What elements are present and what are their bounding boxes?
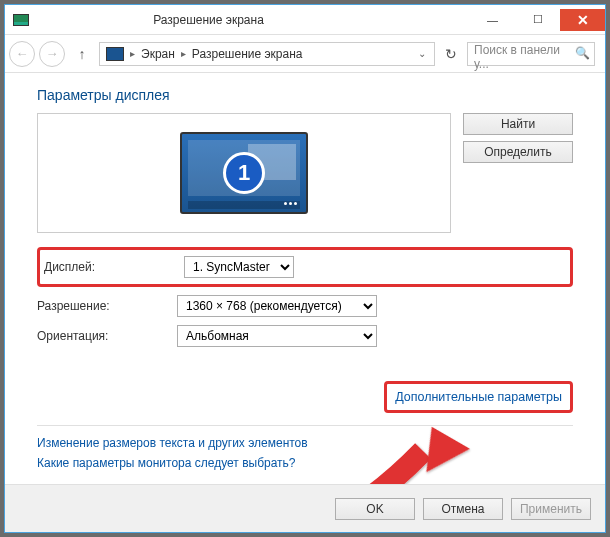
annotation-arrow — [263, 425, 473, 484]
orientation-select[interactable]: Альбомная — [177, 325, 377, 347]
orientation-row: Ориентация: Альбомная — [37, 325, 573, 347]
content: Параметры дисплея 1 Найти Определить Ди — [5, 73, 605, 484]
advanced-settings-link[interactable]: Дополнительные параметры — [384, 381, 573, 413]
up-button[interactable]: ↑ — [71, 43, 93, 65]
display-select[interactable]: 1. SyncMaster — [184, 256, 294, 278]
find-button[interactable]: Найти — [463, 113, 573, 135]
breadcrumb[interactable]: ▸ Экран ▸ Разрешение экрана ⌄ — [99, 42, 435, 66]
breadcrumb-part-screen[interactable]: Экран — [137, 47, 179, 61]
chevron-right-icon: ▸ — [128, 48, 137, 59]
display-label: Дисплей: — [44, 260, 184, 274]
button-bar: OK Отмена Применить — [5, 484, 605, 532]
display-row: Дисплей: 1. SyncMaster — [44, 256, 566, 278]
orientation-label: Ориентация: — [37, 329, 177, 343]
close-button[interactable]: ✕ — [560, 9, 605, 31]
highlight-display-row: Дисплей: 1. SyncMaster — [37, 247, 573, 287]
advanced-wrap: Дополнительные параметры — [37, 381, 573, 413]
text-size-link[interactable]: Изменение размеров текста и других элеме… — [37, 436, 573, 450]
search-placeholder: Поиск в панели у... — [474, 43, 560, 71]
resolution-label: Разрешение: — [37, 299, 177, 313]
search-input[interactable]: Поиск в панели у... 🔍 — [467, 42, 595, 66]
display-preview: 1 — [37, 113, 451, 233]
apply-button[interactable]: Применить — [511, 498, 591, 520]
window-title: Разрешение экрана — [37, 13, 470, 27]
breadcrumb-dropdown[interactable]: ⌄ — [412, 48, 432, 59]
display-preview-row: 1 Найти Определить — [37, 113, 573, 233]
ok-button[interactable]: OK — [335, 498, 415, 520]
refresh-button[interactable]: ↻ — [439, 42, 463, 66]
search-icon: 🔍 — [575, 46, 590, 60]
window-controls: — ☐ ✕ — [470, 9, 605, 31]
page-heading: Параметры дисплея — [37, 87, 573, 103]
side-buttons: Найти Определить — [463, 113, 573, 233]
monitor-1[interactable]: 1 — [180, 132, 308, 214]
forward-button[interactable]: → — [39, 41, 65, 67]
resolution-select[interactable]: 1360 × 768 (рекомендуется) — [177, 295, 377, 317]
divider — [37, 425, 573, 426]
cancel-button[interactable]: Отмена — [423, 498, 503, 520]
monitor-taskbar — [188, 201, 300, 209]
breadcrumb-part-resolution[interactable]: Разрешение экрана — [188, 47, 307, 61]
navbar: ← → ↑ ▸ Экран ▸ Разрешение экрана ⌄ ↻ По… — [5, 35, 605, 73]
breadcrumb-icon — [106, 47, 124, 61]
resolution-row: Разрешение: 1360 × 768 (рекомендуется) — [37, 295, 573, 317]
chevron-right-icon: ▸ — [179, 48, 188, 59]
maximize-button[interactable]: ☐ — [515, 9, 560, 31]
window-display-settings: Разрешение экрана — ☐ ✕ ← → ↑ ▸ Экран ▸ … — [4, 4, 606, 533]
minimize-button[interactable]: — — [470, 9, 515, 31]
monitor-number: 1 — [223, 152, 265, 194]
identify-button[interactable]: Определить — [463, 141, 573, 163]
app-icon — [13, 14, 29, 26]
back-button[interactable]: ← — [9, 41, 35, 67]
titlebar: Разрешение экрана — ☐ ✕ — [5, 5, 605, 35]
which-monitor-link[interactable]: Какие параметры монитора следует выбрать… — [37, 456, 573, 470]
